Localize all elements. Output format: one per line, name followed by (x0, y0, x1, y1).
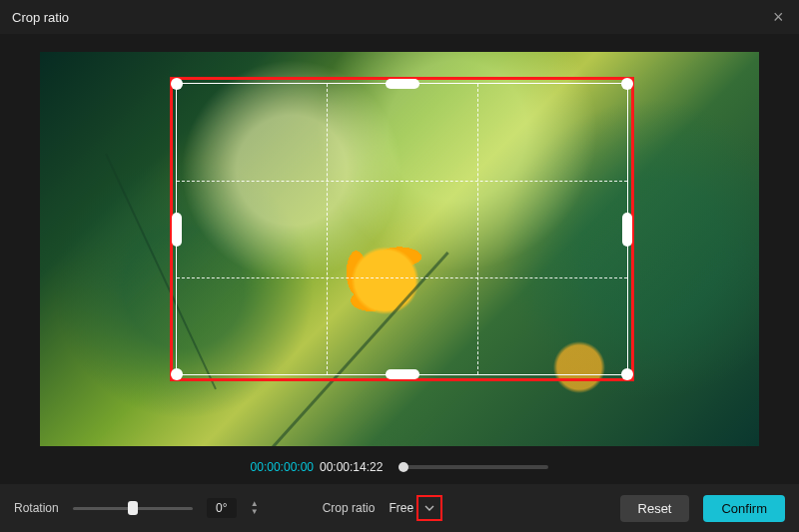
crop-ratio-value: Free (389, 501, 413, 515)
rotation-slider-thumb[interactable] (128, 501, 138, 515)
crop-ratio-dialog: Crop ratio × 00:00:00:0 (0, 0, 799, 532)
controls-bar: Rotation 0° ▲ ▼ Crop ratio Free Reset Co… (0, 484, 799, 532)
rotation-slider[interactable] (73, 507, 193, 510)
rotation-stepper[interactable]: ▲ ▼ (251, 499, 265, 517)
timeline-knob[interactable] (399, 462, 408, 472)
rotation-label: Rotation (14, 501, 59, 515)
chevron-down-icon[interactable]: ▼ (251, 508, 265, 516)
rule-of-thirds-line (177, 277, 627, 278)
crop-ratio-chevron[interactable] (419, 498, 439, 518)
time-duration: 00:00:14:22 (320, 460, 383, 474)
crop-handle-bottom-right[interactable] (621, 368, 633, 380)
crop-ratio-dropdown[interactable]: Free (389, 498, 439, 518)
crop-handle-top-left[interactable] (171, 78, 183, 90)
dialog-title: Crop ratio (12, 10, 69, 25)
crop-handle-top[interactable] (386, 79, 419, 89)
close-icon[interactable]: × (773, 10, 787, 24)
time-bar: 00:00:00:00 00:00:14:22 (0, 454, 799, 484)
time-current: 00:00:00:00 (251, 460, 314, 474)
crop-handle-right[interactable] (622, 213, 632, 247)
crop-ratio-label: Crop ratio (323, 501, 376, 515)
timeline-scrubber[interactable] (399, 465, 548, 469)
crop-handle-left[interactable] (172, 213, 182, 247)
reset-button[interactable]: Reset (620, 495, 690, 522)
titlebar: Crop ratio × (0, 0, 799, 34)
crop-frame[interactable] (176, 83, 628, 375)
confirm-button[interactable]: Confirm (703, 495, 785, 522)
chevron-down-icon (424, 505, 434, 511)
crop-handle-top-right[interactable] (621, 78, 633, 90)
rule-of-thirds-line (327, 84, 328, 374)
rule-of-thirds-line (177, 181, 627, 182)
preview-area (0, 34, 799, 454)
rotation-value: 0° (207, 498, 237, 518)
crop-handle-bottom[interactable] (386, 369, 419, 379)
video-preview (40, 52, 759, 446)
crop-handle-bottom-left[interactable] (171, 368, 183, 380)
rule-of-thirds-line (477, 84, 478, 374)
